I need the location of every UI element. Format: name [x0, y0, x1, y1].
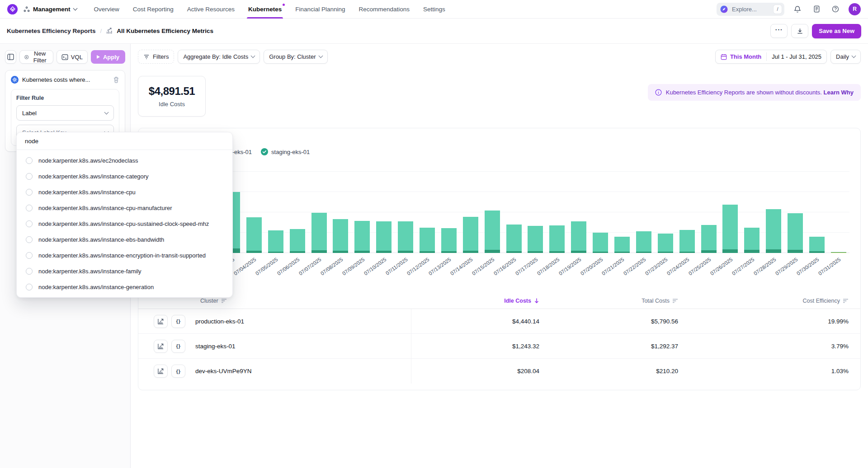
option-label: node:karpenter.k8s.aws/instance-cpu [38, 189, 136, 196]
bell-icon [794, 5, 801, 13]
bar[interactable] [614, 237, 630, 253]
view-json-button[interactable]: {} [171, 315, 185, 328]
view-json-button[interactable]: {} [171, 365, 185, 378]
bar-slot [373, 163, 395, 253]
rule-type-select[interactable]: Label [16, 105, 114, 121]
label-key-option[interactable]: node:karpenter.k8s.aws/instance-category [17, 168, 232, 184]
open-chart-button[interactable] [154, 315, 168, 328]
bar[interactable] [420, 228, 435, 253]
metrics-chart-icon [106, 28, 113, 34]
banner-text: Kubernetes Efficiency Reports are shown … [666, 89, 854, 96]
label-key-option[interactable]: node:karpenter.k8s.aws/ec2nodeclass [17, 153, 232, 168]
legend-item[interactable]: staging-eks-01 [261, 148, 310, 155]
new-filter-button[interactable]: New Filter [19, 50, 53, 64]
bar-slot [633, 163, 655, 253]
label-key-option[interactable]: node:karpenter.k8s.aws/instance-ebs-band… [17, 232, 232, 248]
open-chart-button[interactable] [154, 340, 168, 353]
bar[interactable] [354, 221, 370, 253]
nav-item-cost-reporting[interactable]: Cost Reporting [133, 0, 174, 19]
changelog-button[interactable] [811, 3, 822, 15]
breadcrumb-parent[interactable]: Kubernetes Efficiency Reports [7, 28, 96, 34]
chevron-down-icon [251, 54, 255, 58]
bar-slot [416, 163, 438, 253]
bar-segment-production-eks-01 [398, 221, 413, 251]
vantage-logo[interactable] [7, 4, 18, 14]
bar[interactable] [485, 211, 500, 253]
granularity-select[interactable]: Daily [830, 50, 861, 64]
bar[interactable] [463, 217, 478, 253]
column-header-total-costs[interactable]: Total Costs [539, 298, 678, 304]
date-preset-label: This Month [730, 53, 761, 60]
delete-filter-button[interactable] [113, 76, 119, 83]
bar[interactable] [722, 205, 738, 253]
bar[interactable] [809, 237, 825, 253]
nav-item-label: Financial Planning [295, 6, 345, 13]
bar[interactable] [658, 234, 673, 253]
bar[interactable] [549, 225, 565, 253]
bar[interactable] [268, 230, 283, 253]
bar[interactable] [788, 213, 803, 253]
label-key-option[interactable]: node:karpenter.k8s.aws/instance-family [17, 263, 232, 279]
column-header-idle-costs[interactable]: Idle Costs [411, 298, 539, 304]
group-by-label: Group By: Cluster [269, 53, 316, 60]
bar[interactable] [376, 221, 392, 253]
bar[interactable] [593, 233, 608, 253]
bar-segment-production-eks-01 [376, 221, 392, 251]
bar[interactable] [636, 231, 651, 253]
bar[interactable] [441, 228, 457, 253]
bar[interactable] [311, 213, 327, 253]
nav-item-overview[interactable]: Overview [94, 0, 119, 19]
group-by-select[interactable]: Group By: Cluster [264, 50, 327, 64]
filters-button[interactable]: Filters [138, 50, 174, 64]
nav-item-financial-planning[interactable]: Financial Planning [295, 0, 345, 19]
org-icon [24, 6, 30, 12]
column-header-cluster[interactable]: Cluster [138, 298, 411, 304]
bar[interactable] [701, 225, 717, 253]
aggregate-by-select[interactable]: Aggregate By: Idle Costs [178, 50, 260, 64]
bar[interactable] [571, 221, 586, 253]
nav-item-settings[interactable]: Settings [423, 0, 445, 19]
label-key-search-input[interactable] [25, 138, 224, 145]
open-chart-button[interactable] [154, 365, 168, 378]
nav-item-active-resources[interactable]: Active Resources [187, 0, 235, 19]
explore-search[interactable]: Explore... / [717, 3, 784, 16]
apply-button[interactable]: Apply [91, 50, 125, 64]
bar[interactable] [766, 209, 781, 253]
view-json-button[interactable]: {} [171, 340, 185, 353]
bar[interactable] [333, 219, 348, 253]
column-header-cost-efficiency[interactable]: Cost Efficiency [678, 298, 860, 304]
save-as-new-button[interactable]: Save as New [812, 24, 861, 38]
help-button[interactable] [830, 3, 841, 15]
filter-lines-icon [143, 54, 150, 60]
option-label: node:karpenter.k8s.aws/ec2nodeclass [38, 157, 138, 164]
bar[interactable] [528, 226, 543, 253]
label-key-option[interactable]: node:karpenter.k8s.aws/instance-encrypti… [17, 248, 232, 263]
bar-segment-staging-eks-01 [766, 249, 781, 253]
bar[interactable] [744, 228, 760, 253]
download-button[interactable] [791, 24, 808, 38]
nav-item-recommendations[interactable]: Recommendations [359, 0, 410, 19]
date-preset-button[interactable]: This Month [716, 50, 766, 63]
label-key-option[interactable]: node:karpenter.k8s.aws/instance-cpu-manu… [17, 200, 232, 216]
cluster-name: dev-eks-UVmPe9YN [195, 368, 252, 374]
bar[interactable] [290, 229, 305, 253]
vql-button[interactable]: VQL [57, 50, 88, 64]
total-costs-cell: $1,292.37 [539, 343, 678, 350]
label-key-option[interactable]: node:karpenter.k8s.aws/instance-cpu-sust… [17, 216, 232, 232]
bar[interactable] [506, 225, 522, 253]
bar[interactable] [246, 217, 262, 253]
bar[interactable] [679, 230, 695, 253]
bar[interactable] [398, 221, 413, 253]
date-range-value[interactable]: Jul 1 - Jul 31, 2025 [767, 50, 826, 63]
label-key-option[interactable]: node:karpenter.k8s.aws/instance-generati… [17, 279, 232, 295]
notifications-button[interactable] [792, 3, 803, 15]
learn-why-link[interactable]: Learn Why [824, 89, 854, 96]
collapse-panel-button[interactable] [5, 50, 16, 64]
more-actions-button[interactable]: ··· [770, 24, 788, 38]
workspace-switcher[interactable]: Management [24, 6, 77, 13]
bar-slot [763, 163, 784, 253]
filter-card-header: Kubernetes costs where... [11, 76, 119, 84]
user-avatar[interactable]: R [849, 3, 861, 15]
label-key-option[interactable]: node:karpenter.k8s.aws/instance-cpu [17, 184, 232, 200]
nav-item-kubernetes[interactable]: Kubernetes [248, 0, 282, 19]
